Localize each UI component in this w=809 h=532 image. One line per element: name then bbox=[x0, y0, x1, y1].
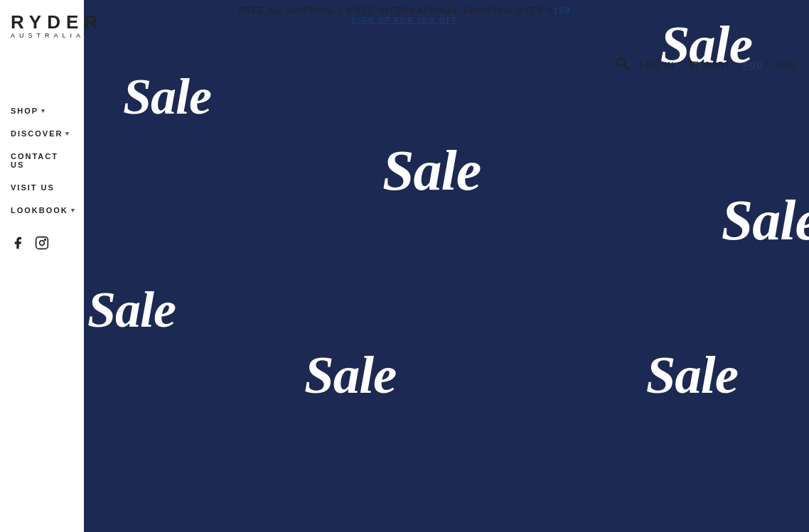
social-links bbox=[11, 236, 73, 254]
currency-aud[interactable]: AUD bbox=[743, 60, 764, 70]
header-right: LOG IN CART AUD USD bbox=[616, 57, 795, 73]
sale-text-1: Sale bbox=[123, 71, 211, 122]
sale-text-6: Sale bbox=[304, 348, 396, 401]
top-bar: FREE AU SHIPPING + FREE INTERNATIONAL SH… bbox=[0, 0, 809, 24]
svg-line-1 bbox=[623, 65, 627, 69]
sale-text-5: Sale bbox=[87, 284, 176, 335]
login-button[interactable]: LOG IN bbox=[640, 60, 675, 70]
hero-banner: Sale Sale Sale Sale Sale Sale Sale bbox=[84, 0, 809, 532]
sale-text-3: Sale bbox=[382, 142, 481, 199]
nav-item-lookbook[interactable]: LOOKBOOK ▾ bbox=[11, 206, 73, 215]
nav-item-contact[interactable]: CONTACT US bbox=[11, 152, 73, 169]
sale-text-4: Sale bbox=[722, 192, 809, 249]
svg-point-2 bbox=[692, 68, 693, 70]
svg-point-3 bbox=[696, 68, 697, 70]
sale-text-7: Sale bbox=[646, 348, 738, 401]
cart-button[interactable]: CART bbox=[686, 58, 731, 72]
nav-item-discover[interactable]: DISCOVER ▾ bbox=[11, 129, 73, 138]
brand-sub: AUSTRALIA bbox=[11, 33, 103, 39]
chevron-down-icon: ▾ bbox=[41, 107, 46, 114]
nav-item-shop[interactable]: SHOP ▾ bbox=[11, 107, 73, 115]
nav-item-visit[interactable]: VISIT US bbox=[11, 183, 73, 192]
currency-usd[interactable]: USD bbox=[775, 60, 795, 70]
svg-point-5 bbox=[40, 241, 45, 246]
svg-point-6 bbox=[45, 239, 46, 241]
svg-rect-4 bbox=[36, 237, 48, 249]
search-icon[interactable] bbox=[616, 57, 628, 73]
cart-icon bbox=[686, 58, 700, 72]
signup-link[interactable]: SIGN UP FOR 10% OFF bbox=[14, 16, 795, 24]
facebook-icon[interactable] bbox=[11, 236, 25, 254]
left-nav: SHOP ▾ DISCOVER ▾ CONTACT US VISIT US LO… bbox=[0, 99, 84, 261]
chevron-down-icon: ▾ bbox=[65, 130, 70, 137]
chevron-down-icon: ▾ bbox=[71, 207, 76, 214]
shipping-text: FREE AU SHIPPING + FREE INTERNATIONAL SH… bbox=[14, 6, 795, 16]
instagram-icon[interactable] bbox=[35, 236, 49, 254]
